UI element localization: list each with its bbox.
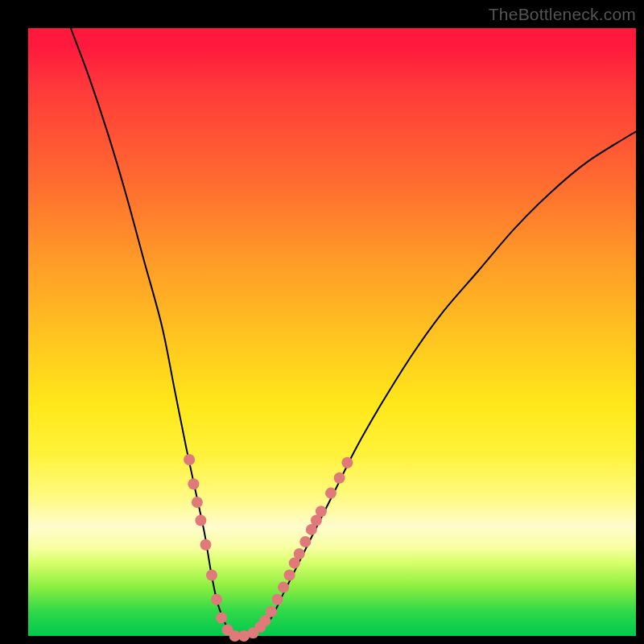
marker-point: [211, 594, 222, 605]
marker-point: [334, 473, 345, 484]
watermark-text: TheBottleneck.com: [489, 5, 636, 24]
marker-point: [299, 536, 311, 547]
curve-svg: [28, 28, 636, 636]
marker-point: [272, 594, 283, 605]
marker-point: [325, 488, 336, 499]
marker-point: [200, 539, 212, 551]
marker-point: [188, 478, 199, 489]
marker-point: [294, 548, 305, 559]
marker-point: [184, 454, 195, 465]
marker-point: [206, 570, 217, 581]
chart-frame: TheBottleneck.com: [0, 0, 644, 644]
marker-point: [195, 515, 206, 526]
marker-point: [341, 457, 353, 469]
plot-area: [28, 28, 636, 636]
marker-point: [316, 506, 327, 517]
bottleneck-curve: [71, 28, 636, 637]
marker-point: [192, 497, 203, 508]
marker-point: [278, 582, 289, 593]
marker-point: [266, 606, 277, 617]
marker-point: [284, 570, 295, 581]
marker-point: [216, 612, 227, 623]
highlighted-markers: [184, 454, 353, 642]
